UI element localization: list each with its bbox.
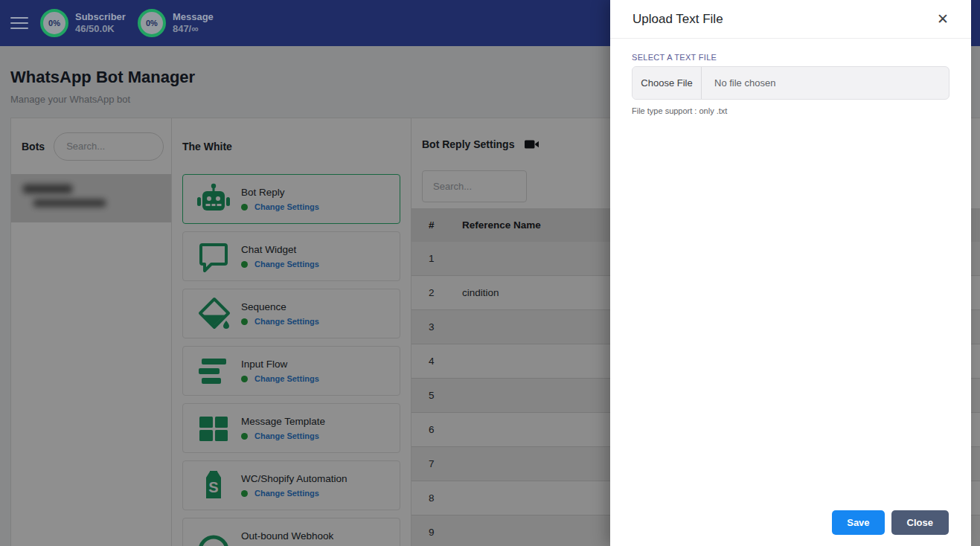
- message-progress-ring: 0%: [138, 9, 166, 37]
- subscriber-label: Subscriber: [75, 11, 126, 23]
- message-label: Message: [173, 11, 214, 23]
- close-icon[interactable]: ✕: [935, 10, 950, 28]
- file-type-helper-text: File type support : only .txt: [632, 106, 949, 115]
- select-text-file-label: SELECT A TEXT FILE: [632, 53, 949, 62]
- file-chosen-status: No file chosen: [702, 77, 775, 89]
- message-value: 847/∞: [173, 23, 214, 35]
- subscriber-percent: 0%: [48, 19, 60, 28]
- modal-body: SELECT A TEXT FILE Choose File No file c…: [610, 39, 971, 115]
- hamburger-menu-icon[interactable]: [10, 13, 28, 33]
- modal-footer: Save Close: [832, 510, 949, 535]
- subscriber-value: 46/50.0K: [75, 23, 126, 35]
- subscriber-progress-ring: 0%: [40, 9, 68, 37]
- modal-header: Upload Text File ✕: [610, 0, 971, 39]
- message-stat: 0% Message 847/∞: [138, 9, 214, 37]
- choose-file-button[interactable]: Choose File: [632, 67, 702, 99]
- close-button[interactable]: Close: [891, 510, 949, 535]
- file-upload-input[interactable]: Choose File No file chosen: [632, 66, 949, 100]
- save-button[interactable]: Save: [832, 510, 884, 535]
- upload-text-file-modal: Upload Text File ✕ SELECT A TEXT FILE Ch…: [610, 0, 971, 546]
- modal-title: Upload Text File: [632, 12, 723, 27]
- message-percent: 0%: [146, 19, 158, 28]
- subscriber-stat: 0% Subscriber 46/50.0K: [40, 9, 126, 37]
